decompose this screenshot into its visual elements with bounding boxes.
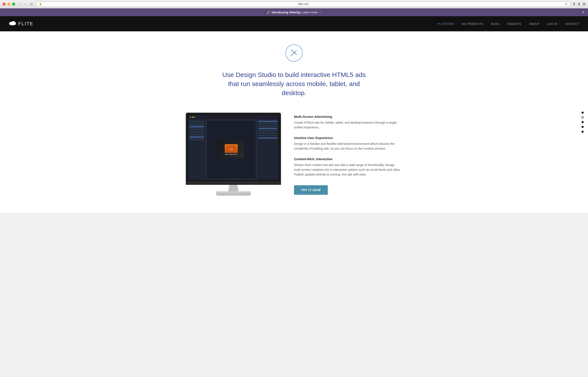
feature-intuitive-ux: Intuitive User Experience Design in a fa… <box>294 136 402 151</box>
feature-text-content-rich: Stream fresh content into ads and add a … <box>294 163 402 177</box>
sidebar-mock-item <box>189 121 204 122</box>
banner-emoji: 🚀 <box>266 11 270 14</box>
back-button[interactable]: ‹ <box>19 2 22 6</box>
banner-bold: Introducing Velocity. <box>272 11 301 14</box>
screen-dot-green <box>194 117 196 118</box>
site-logo[interactable]: FLITE <box>9 21 33 27</box>
scroll-dot-3[interactable] <box>582 121 584 123</box>
scroll-dots <box>582 112 584 133</box>
nav-platform[interactable]: PLATFORM <box>438 22 454 25</box>
scroll-dot-4[interactable] <box>582 126 584 128</box>
monitor-body: NIKE FREE RUN+ <box>186 113 281 182</box>
nav-about[interactable]: ABOUT <box>529 22 539 25</box>
nike-ad-image <box>225 144 238 153</box>
feature-multi-screen: Multi-Screen Advertising Create HTML5 ad… <box>294 115 402 130</box>
scroll-dot-1[interactable] <box>582 112 584 114</box>
sidebar-mock-item <box>189 123 204 125</box>
main-content: Use Design Studio to build interactive H… <box>0 31 588 213</box>
reload-button[interactable]: ↻ <box>565 2 568 6</box>
monitor-screen: NIKE FREE RUN+ <box>188 115 279 180</box>
prop-row <box>258 121 277 122</box>
minimize-button[interactable] <box>7 3 10 6</box>
banner-link[interactable]: Learn more → <box>302 11 321 14</box>
svg-point-11 <box>228 147 235 151</box>
browser-chrome: ‹ › ⊡ 🔒 flite.com ↻ ⬇ ⬆ ⊞ <box>0 0 588 8</box>
screen-sidebar <box>188 119 205 180</box>
extend-icon[interactable]: ⊞ <box>583 2 585 6</box>
address-bar[interactable]: 🔒 flite.com ↻ <box>37 1 570 7</box>
prop-row <box>258 135 277 136</box>
design-studio-icon <box>285 44 303 62</box>
feature-title-multi-screen: Multi-Screen Advertising <box>294 115 402 118</box>
nike-ad-preview: NIKE FREE RUN+ <box>218 141 244 158</box>
monitor-neck <box>227 185 240 191</box>
screen-main: NIKE FREE RUN+ <box>205 119 257 180</box>
sidebar-mock-item <box>189 129 204 130</box>
sidebar-button[interactable]: ⊡ <box>29 2 34 6</box>
nav-links: PLATFORM AD PRODUCTS BLOG INSIGHTS ABOUT… <box>438 22 579 25</box>
sidebar-mock-item <box>189 134 204 135</box>
prop-row <box>258 132 277 134</box>
feature-text-intuitive-ux: Design in a familiar and flexible web-ba… <box>294 141 402 151</box>
prop-row <box>258 130 277 132</box>
nav-buttons: ‹ › <box>19 2 27 6</box>
prop-row <box>258 123 277 125</box>
sidebar-mock-item-active <box>189 136 204 138</box>
screen-canvas: NIKE FREE RUN+ <box>207 121 256 178</box>
screen-topbar <box>188 115 279 119</box>
feature-content-rich: Content-Rich, Interactive Stream fresh c… <box>294 157 402 177</box>
svg-point-2 <box>11 21 16 25</box>
logo-cloud-icon <box>9 21 16 27</box>
nav-blog[interactable]: BLOG <box>491 22 500 25</box>
close-button[interactable] <box>3 3 6 6</box>
lock-icon: 🔒 <box>39 3 42 5</box>
monitor-base <box>216 191 251 196</box>
toolbar-right: ⬇ ⬆ ⊞ <box>573 2 585 6</box>
monitor-mockup: NIKE FREE RUN+ <box>186 113 281 196</box>
banner-close-button[interactable]: × <box>582 10 585 14</box>
svg-line-8 <box>296 50 297 51</box>
nike-ad-text: NIKE FREE RUN+ <box>225 154 237 155</box>
features-section: NIKE FREE RUN+ <box>186 113 402 196</box>
nav-insights[interactable]: INSIGHTS <box>507 22 521 25</box>
svg-line-9 <box>291 56 291 56</box>
maximize-button[interactable] <box>12 3 15 6</box>
download-icon[interactable]: ⬇ <box>573 2 575 6</box>
svg-line-6 <box>291 50 292 51</box>
screen-mockup: NIKE FREE RUN+ <box>188 115 279 180</box>
sidebar-mock-item <box>189 131 204 133</box>
nav-ad-products[interactable]: AD PRODUCTS <box>462 22 483 25</box>
forward-button[interactable]: › <box>23 2 27 6</box>
prop-row <box>258 125 277 127</box>
prop-row <box>258 128 277 129</box>
nav-contact[interactable]: CONTACT <box>565 22 579 25</box>
titlebar: ‹ › ⊡ 🔒 flite.com ↻ ⬇ ⬆ ⊞ <box>0 0 588 8</box>
hero-section: Use Design Studio to build interactive H… <box>218 44 370 97</box>
scroll-dot-5[interactable] <box>582 130 584 133</box>
screen-dot-red <box>190 117 191 118</box>
site-navigation: FLITE PLATFORM AD PRODUCTS BLOG INSIGHTS… <box>0 16 588 31</box>
screen-properties <box>257 119 279 180</box>
url-text: flite.com <box>43 2 564 6</box>
try-it-now-button[interactable]: TRY IT NOW <box>294 185 328 195</box>
banner-text: Introducing Velocity. Learn more → <box>272 11 321 14</box>
hero-title: Use Design Studio to build interactive H… <box>218 70 370 97</box>
svg-point-7 <box>293 52 295 54</box>
feature-title-intuitive-ux: Intuitive User Experience <box>294 136 402 140</box>
website-content: 🚀 Introducing Velocity. Learn more → × F… <box>0 8 588 213</box>
scroll-dot-2[interactable] <box>582 116 584 118</box>
monitor-chin <box>186 182 281 185</box>
nav-login[interactable]: LOG IN <box>547 22 557 25</box>
velocity-banner: 🚀 Introducing Velocity. Learn more → × <box>0 8 588 16</box>
feature-title-content-rich: Content-Rich, Interactive <box>294 157 402 161</box>
logo-text: FLITE <box>18 21 33 27</box>
prop-row <box>258 137 277 139</box>
feature-descriptions: Multi-Screen Advertising Create HTML5 ad… <box>294 113 402 195</box>
sidebar-mock-item-active <box>189 126 204 128</box>
sidebar-mock-item <box>189 139 204 141</box>
screen-dot-yellow <box>192 117 193 118</box>
feature-text-multi-screen: Create HTML5 ads for mobile, tablet, and… <box>294 120 402 130</box>
share-icon[interactable]: ⬆ <box>578 2 580 6</box>
window-buttons <box>3 3 15 6</box>
